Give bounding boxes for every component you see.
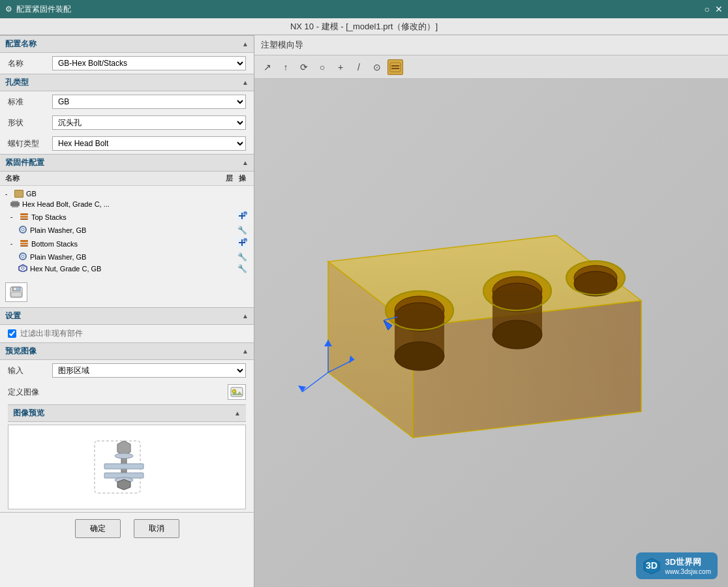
- svg-rect-48: [391, 65, 399, 67]
- fastener-config-section-header[interactable]: 紧固件配置 ▲: [0, 154, 254, 172]
- tree-bottom-area: [0, 277, 254, 307]
- washer-icon: [18, 252, 27, 262]
- svg-rect-43: [104, 464, 144, 469]
- bolt-icon: [10, 200, 20, 208]
- wrench-icon[interactable]: 🔧: [237, 264, 247, 273]
- dialog-title: 配置紧固件装配: [16, 4, 71, 15]
- hole-type-section-header[interactable]: 孔类型 ▲: [0, 74, 254, 91]
- view-label: 注塑模向导: [254, 35, 728, 55]
- dialog-icon: ⚙: [5, 5, 12, 14]
- tree-item-label: GB: [26, 190, 37, 198]
- standard-row: 标准 GB: [0, 91, 254, 112]
- svg-point-24: [22, 267, 24, 269]
- tree-item-label: Hex Head Bolt, Grade C, ...: [22, 200, 110, 208]
- shape-select[interactable]: 沉头孔: [52, 115, 246, 130]
- toolbar-btn-3[interactable]: ⟳: [296, 59, 312, 75]
- add-bottom-stacks-button[interactable]: +: [237, 237, 247, 250]
- watermark: 3D 3D世界网 www.3dsjw.com: [636, 552, 718, 579]
- svg-marker-46: [117, 479, 130, 490]
- tree-row[interactable]: Hex Nut, Grade C, GB 🔧: [0, 263, 254, 275]
- svg-point-12: [22, 228, 24, 231]
- tree-header: 名称 层 操: [0, 172, 254, 186]
- bottom-buttons: 确定 取消: [0, 512, 254, 545]
- tree-item-label: Bottom Stacks: [31, 240, 78, 248]
- toolbar-btn-2[interactable]: ↑: [278, 59, 294, 75]
- toolbar-btn-8[interactable]: [387, 59, 403, 75]
- washer-icon: [18, 226, 27, 235]
- preview-input-select[interactable]: 图形区域: [52, 363, 246, 378]
- settings-section-header[interactable]: 设置 ▲: [0, 307, 254, 325]
- toolbar-btn-7[interactable]: ⊙: [369, 59, 385, 75]
- svg-rect-3: [20, 213, 28, 215]
- toolbar-btn-6[interactable]: /: [351, 59, 367, 75]
- tree-row[interactable]: - Bottom Stacks +: [0, 236, 254, 251]
- toolbar-btn-4[interactable]: ○: [314, 59, 330, 75]
- nut-icon: [18, 264, 27, 273]
- shape-row: 形状 沉头孔: [0, 112, 254, 133]
- expand-icon: -: [5, 190, 12, 198]
- wrench-icon[interactable]: 🔧: [237, 252, 247, 262]
- svg-rect-13: [20, 240, 28, 242]
- svg-rect-27: [14, 288, 16, 290]
- preview-section-header[interactable]: 预览图像 ▲: [0, 342, 254, 360]
- preview-chevron: ▲: [242, 348, 249, 355]
- bolt-type-row: 螺钉类型 Hex Head Bolt: [0, 133, 254, 154]
- svg-rect-28: [11, 292, 22, 297]
- tree-item-label: Plain Washer, GB: [30, 253, 86, 261]
- define-image-row: 定义图像: [0, 381, 254, 403]
- svg-point-63: [493, 320, 542, 349]
- svg-point-42: [115, 453, 133, 459]
- add-top-stacks-button[interactable]: +: [237, 211, 247, 223]
- svg-text:+: +: [245, 239, 247, 243]
- right-toolbar: ↗ ↑ ⟳ ○ + / ⊙: [254, 55, 728, 79]
- tree-item-label: Plain Washer, GB: [30, 226, 86, 234]
- dialog-title-bar: ⚙ 配置紧固件装配 ○ ✕: [0, 0, 728, 18]
- tree-row[interactable]: Hex Head Bolt, Grade C, ...: [0, 199, 254, 209]
- config-name-section-header[interactable]: 配置名称 ▲: [0, 35, 254, 53]
- svg-rect-2: [12, 206, 18, 207]
- ok-button[interactable]: 确定: [75, 519, 121, 538]
- minimize-button[interactable]: ○: [705, 4, 710, 14]
- define-image-button[interactable]: [228, 384, 246, 400]
- standard-select[interactable]: GB: [52, 95, 246, 109]
- folder-icon: [14, 190, 23, 198]
- cancel-button[interactable]: 取消: [134, 519, 179, 538]
- tree-row[interactable]: - GB: [0, 188, 254, 199]
- bolt-type-select[interactable]: Hex Head Bolt: [52, 136, 246, 151]
- close-button[interactable]: ✕: [715, 4, 723, 14]
- image-preview-box: [8, 425, 246, 509]
- settings-chevron: ▲: [242, 312, 249, 320]
- left-panel: 配置名称 ▲ 名称 GB-Hex Bolt/Stacks 孔类型 ▲ 标准 GB…: [0, 35, 254, 587]
- svg-point-57: [395, 342, 444, 370]
- expand-icon: -: [10, 240, 17, 247]
- svg-rect-0: [10, 202, 20, 206]
- toolbar-btn-5[interactable]: +: [333, 59, 348, 75]
- tree-area: - GB Hex Head Bolt, Grade C, ...: [0, 186, 254, 277]
- image-preview-header[interactable]: 图像预览 ▲: [8, 404, 246, 422]
- svg-text:+: +: [245, 212, 247, 216]
- fastener-config-chevron: ▲: [242, 159, 249, 166]
- config-name-chevron: ▲: [242, 40, 249, 48]
- preview-input-row: 输入 图形区域: [0, 360, 254, 381]
- svg-rect-5: [20, 218, 28, 220]
- tree-row[interactable]: - Top Stacks +: [0, 209, 254, 224]
- tree-row[interactable]: Plain Washer, GB 🔧: [0, 251, 254, 263]
- svg-point-22: [22, 255, 24, 258]
- filter-checkbox[interactable]: [8, 329, 16, 338]
- save-button[interactable]: [5, 282, 27, 302]
- config-name-select[interactable]: GB-Hex Bolt/Stacks: [52, 56, 246, 70]
- svg-rect-1: [12, 201, 18, 202]
- hole-type-chevron: ▲: [242, 79, 249, 86]
- svg-rect-4: [20, 216, 28, 218]
- stacks-icon: [20, 213, 29, 222]
- wrench-icon[interactable]: 🔧: [237, 226, 247, 235]
- svg-rect-49: [391, 68, 399, 69]
- toolbar-btn-1[interactable]: ↗: [260, 59, 275, 75]
- right-panel: 注塑模向导 ↗ ↑ ⟳ ○ + / ⊙: [254, 35, 728, 587]
- 3d-view[interactable]: 3D 3D世界网 www.3dsjw.com: [254, 79, 728, 587]
- svg-rect-47: [390, 63, 401, 72]
- name-row: 名称 GB-Hex Bolt/Stacks: [0, 53, 254, 74]
- stacks-icon: [20, 239, 29, 248]
- filter-row: 过滤出非现有部件: [0, 325, 254, 342]
- tree-row[interactable]: Plain Washer, GB 🔧: [0, 224, 254, 236]
